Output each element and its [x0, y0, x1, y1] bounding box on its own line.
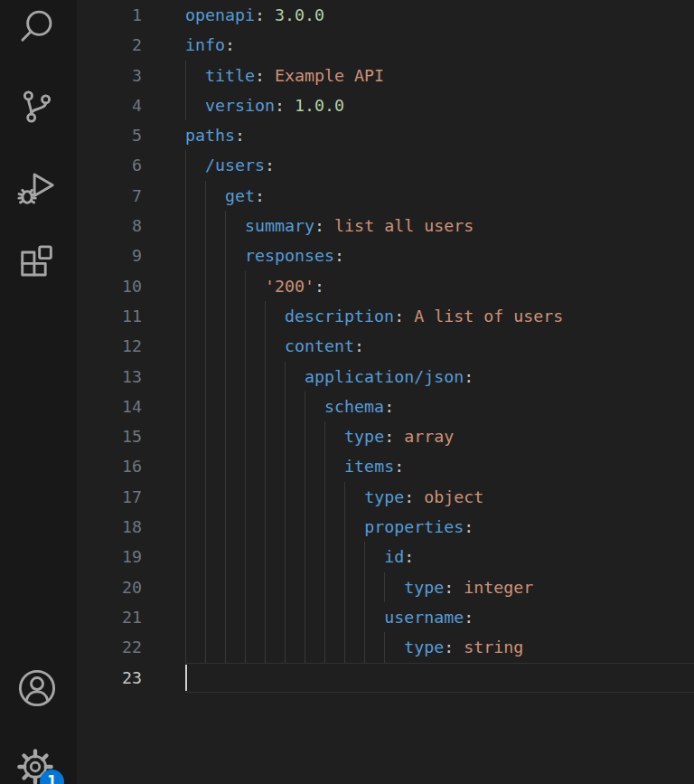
code-line[interactable]: 12 content: — [77, 331, 694, 361]
line-number[interactable]: 3 — [77, 61, 185, 90]
code-line[interactable]: 22 type: string — [77, 632, 694, 662]
indent-guide — [344, 542, 345, 571]
code-content[interactable]: username: — [185, 602, 694, 632]
token: : — [384, 397, 394, 416]
indent-guide — [305, 392, 305, 421]
line-number[interactable]: 8 — [77, 211, 185, 241]
line-number[interactable]: 6 — [77, 150, 185, 180]
code-line[interactable]: 15 type: array — [77, 421, 694, 451]
code-content[interactable]: description: A list of users — [185, 301, 694, 331]
code-content[interactable]: openapi: 3.0.0 — [185, 0, 694, 30]
indent-guide — [305, 632, 305, 662]
code-content[interactable]: info: — [185, 30, 694, 60]
line-number[interactable]: 22 — [77, 632, 185, 662]
token: properties — [364, 517, 464, 536]
line-number[interactable]: 12 — [77, 331, 185, 361]
line-number[interactable]: 14 — [77, 392, 185, 421]
indent-guide — [305, 572, 305, 602]
indent-guide — [285, 572, 286, 602]
code-line[interactable]: 23 — [77, 663, 694, 693]
code-text: id: — [185, 547, 414, 566]
line-number[interactable]: 4 — [77, 90, 185, 120]
code-line[interactable]: 11 description: A list of users — [77, 301, 694, 331]
indent-guide — [285, 482, 286, 512]
indent-guide — [245, 602, 246, 632]
code-line[interactable]: 10 '200': — [77, 271, 694, 301]
line-number[interactable]: 2 — [77, 30, 185, 60]
code-line[interactable]: 16 items: — [77, 451, 694, 481]
code-line[interactable]: 13 application/json: — [77, 362, 694, 392]
line-number[interactable]: 13 — [77, 362, 185, 392]
line-number[interactable]: 11 — [77, 301, 185, 331]
code-line[interactable]: 4 version: 1.0.0 — [77, 90, 694, 120]
code-content[interactable]: content: — [185, 331, 694, 361]
line-number[interactable]: 5 — [77, 120, 185, 150]
code-content[interactable]: id: — [185, 542, 694, 571]
token: content — [285, 336, 354, 355]
code-line[interactable]: 2info: — [77, 30, 694, 60]
line-number[interactable]: 19 — [77, 542, 185, 571]
indent-guide — [305, 451, 305, 481]
line-number[interactable]: 9 — [77, 241, 185, 270]
code-content[interactable]: title: Example API — [185, 61, 694, 90]
code-line[interactable]: 1openapi: 3.0.0 — [77, 0, 694, 30]
token: application/json — [305, 367, 464, 386]
indent-guide — [185, 61, 186, 90]
token: : — [384, 427, 404, 446]
line-number[interactable]: 1 — [77, 0, 185, 30]
code-line[interactable]: 21 username: — [77, 602, 694, 632]
code-line[interactable]: 3 title: Example API — [77, 61, 694, 90]
code-content[interactable]: version: 1.0.0 — [185, 90, 694, 120]
code-content[interactable]: get: — [185, 181, 694, 211]
code-content[interactable]: type: object — [185, 482, 694, 512]
code-content[interactable]: items: — [185, 451, 694, 481]
activity-account-button[interactable] — [16, 667, 58, 709]
code-line[interactable]: 17 type: object — [77, 482, 694, 512]
code-content[interactable]: schema: — [185, 392, 694, 421]
line-number[interactable]: 17 — [77, 482, 185, 512]
line-number[interactable]: 15 — [77, 421, 185, 451]
code-line[interactable]: 5paths: — [77, 120, 694, 150]
line-number[interactable]: 21 — [77, 602, 185, 632]
code-content[interactable]: type: array — [185, 421, 694, 451]
code-line[interactable]: 20 type: integer — [77, 572, 694, 602]
indent-guide — [245, 451, 246, 481]
code-line[interactable]: 9 responses: — [77, 241, 694, 270]
code-line[interactable]: 14 schema: — [77, 392, 694, 421]
indent-guide — [185, 602, 186, 632]
activity-search-button[interactable] — [16, 6, 58, 48]
code-text: type: object — [185, 487, 483, 506]
code-content[interactable]: application/json: — [185, 362, 694, 392]
activity-extensions-button[interactable] — [16, 245, 58, 287]
line-number[interactable]: 20 — [77, 572, 185, 602]
code-content[interactable]: type: string — [185, 632, 694, 662]
code-content[interactable]: responses: — [185, 241, 694, 270]
indent-guide — [185, 572, 186, 602]
code-content[interactable]: properties: — [185, 512, 694, 542]
line-number[interactable]: 16 — [77, 451, 185, 481]
code-content[interactable] — [185, 663, 694, 693]
indent-guide — [205, 632, 206, 662]
line-number[interactable]: 18 — [77, 512, 185, 542]
code-line[interactable]: 18 properties: — [77, 512, 694, 542]
code-line[interactable]: 19 id: — [77, 542, 694, 571]
editor[interactable]: 1openapi: 3.0.02info:3 title: Example AP… — [77, 0, 694, 784]
activity-run-debug-button[interactable] — [16, 167, 58, 209]
indent-guide — [185, 241, 186, 270]
token: 3.0.0 — [275, 5, 324, 24]
code-line[interactable]: 8 summary: list all users — [77, 211, 694, 241]
line-number[interactable]: 7 — [77, 181, 185, 211]
activity-source-control-button[interactable] — [16, 86, 58, 128]
line-number[interactable]: 10 — [77, 271, 185, 301]
code-content[interactable]: type: integer — [185, 572, 694, 602]
code-content[interactable]: /users: — [185, 150, 694, 180]
code-line[interactable]: 6 /users: — [77, 150, 694, 180]
code-content[interactable]: '200': — [185, 271, 694, 301]
code-line[interactable]: 7 get: — [77, 181, 694, 211]
code-content[interactable]: summary: list all users — [185, 211, 694, 241]
line-number[interactable]: 23 — [77, 663, 185, 693]
source-control-icon — [16, 86, 58, 128]
token: description — [285, 307, 394, 326]
code-content[interactable]: paths: — [185, 120, 694, 150]
token: '200' — [265, 277, 314, 296]
